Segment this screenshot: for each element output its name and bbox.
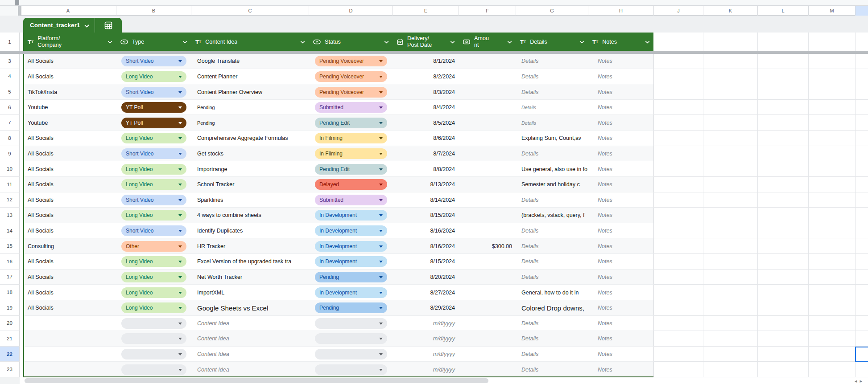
type-chip[interactable]: Long Video: [121, 71, 186, 82]
status-chip[interactable]: In Development: [315, 225, 387, 236]
status-chip[interactable]: In Development: [315, 241, 387, 252]
cell-platform[interactable]: [26, 347, 116, 362]
type-chip[interactable]: Long Video: [121, 287, 186, 298]
row-header[interactable]: 12: [0, 192, 20, 208]
cell-content-idea[interactable]: Pending: [194, 115, 309, 131]
cell-date[interactable]: 8/20/2024: [393, 270, 459, 285]
cell-content-idea[interactable]: Excel Version of the upgraded task tra: [194, 254, 309, 270]
status-chip[interactable]: In Development: [315, 287, 387, 298]
cell-platform[interactable]: All Socials: [26, 270, 116, 285]
status-chip[interactable]: Pending Voiceover: [315, 87, 387, 98]
cell-date[interactable]: 8/15/2024: [393, 254, 459, 270]
cell-content-idea[interactable]: Content Idea: [194, 347, 309, 362]
type-chip[interactable]: Short Video: [121, 56, 186, 66]
cell-content-idea[interactable]: HR Tracker: [194, 238, 309, 254]
row-header[interactable]: 23: [0, 362, 20, 377]
status-chip[interactable]: [315, 333, 387, 344]
scroll-right-icon[interactable]: ▸: [860, 378, 863, 384]
row-header[interactable]: 18: [0, 285, 20, 300]
cell-notes[interactable]: Notes: [595, 69, 653, 85]
status-chip[interactable]: Pending: [315, 302, 387, 313]
row-header[interactable]: 1: [0, 33, 20, 51]
cell-platform[interactable]: All Socials: [26, 285, 116, 300]
cell-content-idea[interactable]: Google Sheets vs Excel: [194, 300, 309, 316]
cell-notes[interactable]: Notes: [595, 254, 653, 270]
cell-notes[interactable]: Notes: [595, 146, 653, 162]
column-header-details[interactable]: TTDetails: [516, 33, 588, 51]
type-chip[interactable]: Long Video: [121, 302, 186, 313]
cell-platform[interactable]: [26, 316, 116, 331]
status-chip[interactable]: Pending: [315, 272, 387, 282]
cell-details[interactable]: Use general, also use in fo: [519, 161, 588, 177]
cell-details[interactable]: Details: [519, 238, 588, 254]
cell-date[interactable]: 8/4/2024: [393, 100, 459, 115]
cell-notes[interactable]: Notes: [595, 100, 653, 115]
cell-platform[interactable]: All Socials: [26, 69, 116, 85]
cell-notes[interactable]: Notes: [595, 84, 653, 100]
cell-date[interactable]: 8/8/2024: [393, 161, 459, 177]
cell-amount[interactable]: [459, 316, 516, 331]
row-header[interactable]: 7: [0, 115, 20, 131]
status-chip[interactable]: Pending Edit: [315, 164, 387, 175]
cell-content-idea[interactable]: Identify Duplicates: [194, 223, 309, 239]
row-header[interactable]: 20: [0, 316, 20, 331]
cell-content-idea[interactable]: School Tracker: [194, 177, 309, 192]
cell-platform[interactable]: All Socials: [26, 53, 116, 69]
row-header[interactable]: 8: [0, 131, 20, 146]
cell-details[interactable]: Details: [519, 270, 588, 285]
type-chip[interactable]: Other: [121, 241, 186, 252]
cell-content-idea[interactable]: Net Worth Tracker: [194, 270, 309, 285]
cell-notes[interactable]: Notes: [595, 316, 653, 331]
column-header-H[interactable]: H: [588, 6, 653, 16]
cell-notes[interactable]: Notes: [595, 177, 653, 192]
cell-date[interactable]: 8/29/2024: [393, 300, 459, 316]
status-chip[interactable]: Submitted: [315, 102, 387, 113]
cell-platform[interactable]: Youtube: [26, 100, 116, 115]
cell-date[interactable]: m/d/yyyy: [393, 362, 459, 377]
cell-notes[interactable]: Notes: [595, 223, 653, 239]
row-header[interactable]: 22: [0, 347, 20, 362]
column-header-G[interactable]: G: [516, 6, 588, 16]
cell-notes[interactable]: Notes: [595, 300, 653, 316]
row-header[interactable]: 11: [0, 177, 20, 192]
cell-notes[interactable]: Notes: [595, 331, 653, 347]
row-header[interactable]: 6: [0, 100, 20, 115]
column-header-L[interactable]: L: [757, 6, 808, 16]
cell-details[interactable]: Details: [519, 192, 588, 208]
cell-amount[interactable]: [459, 270, 516, 285]
cell-date[interactable]: 8/6/2024: [393, 131, 459, 146]
column-header-idea[interactable]: TTContent Idea: [191, 33, 309, 51]
cell-notes[interactable]: Notes: [595, 238, 653, 254]
cell-details[interactable]: Details: [519, 115, 588, 131]
cell-content-idea[interactable]: Comprehensive Aggregate Formulas: [194, 131, 309, 146]
cell-date[interactable]: 8/7/2024: [393, 146, 459, 162]
cell-content-idea[interactable]: Content Planner Overview: [194, 84, 309, 100]
column-header-amount[interactable]: Amou nt: [459, 33, 516, 51]
cell-notes[interactable]: Notes: [595, 161, 653, 177]
status-chip[interactable]: In Development: [315, 256, 387, 267]
column-header-status[interactable]: Status: [309, 33, 393, 51]
cell-content-idea[interactable]: Content Planner: [194, 69, 309, 85]
select-all-corner[interactable]: [0, 6, 20, 16]
cell-amount[interactable]: [459, 161, 516, 177]
cell-platform[interactable]: All Socials: [26, 146, 116, 162]
type-chip[interactable]: Long Video: [121, 179, 186, 190]
cell-amount[interactable]: [459, 84, 516, 100]
cell-details[interactable]: Details: [519, 53, 588, 69]
row-header[interactable]: 14: [0, 223, 20, 239]
type-chip[interactable]: Short Video: [121, 195, 186, 205]
type-chip[interactable]: Short Video: [121, 148, 186, 159]
cell-date[interactable]: 8/27/2024: [393, 285, 459, 300]
row-header[interactable]: 13: [0, 208, 20, 223]
table-grid-icon-button[interactable]: [95, 18, 122, 33]
status-chip[interactable]: Submitted: [315, 195, 387, 205]
column-header-M[interactable]: M: [808, 6, 855, 16]
cell-platform[interactable]: All Socials: [26, 131, 116, 146]
column-header-notes[interactable]: TTNotes: [588, 33, 653, 51]
cell-amount[interactable]: [459, 131, 516, 146]
status-chip[interactable]: Pending Voiceover: [315, 56, 387, 66]
cell-platform[interactable]: TikTok/Insta: [26, 84, 116, 100]
cell-date[interactable]: m/d/yyyy: [393, 331, 459, 347]
cell-amount[interactable]: [459, 254, 516, 270]
cell-amount[interactable]: [459, 53, 516, 69]
